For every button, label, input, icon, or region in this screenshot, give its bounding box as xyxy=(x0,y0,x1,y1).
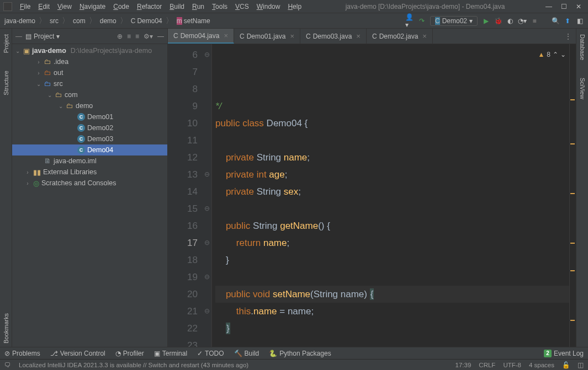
close-tab-icon[interactable]: × xyxy=(356,32,361,40)
code-line[interactable] xyxy=(215,337,569,347)
fold-marker[interactable]: ⊖ xyxy=(202,303,211,320)
status-message[interactable]: Localized IntelliJ IDEA 2021.3.3 is avai… xyxy=(19,362,248,368)
menu-file[interactable]: File xyxy=(17,2,34,12)
maximize-icon[interactable]: ☐ xyxy=(561,3,567,10)
tree-item-scratches-and-consoles[interactable]: ›◎Scratches and Consoles xyxy=(12,178,167,189)
code-line[interactable]: public String getName() { xyxy=(215,217,569,234)
minimize-icon[interactable]: — xyxy=(545,3,552,10)
project-tree[interactable]: ⌄▣java-demoD:\IdeaProjects\java-demo›🗀.i… xyxy=(12,44,167,347)
code-line[interactable]: private String name; xyxy=(215,149,569,166)
line-number[interactable]: 21 xyxy=(168,303,198,320)
fold-column[interactable]: ⊖⊖⊖⊖⊖⊖ xyxy=(202,44,212,347)
tool-tab-build[interactable]: 🔨Build xyxy=(234,350,259,357)
tool-tab-profiler[interactable]: ◔Profiler xyxy=(115,350,144,357)
collapse-all-icon[interactable]: ≡ xyxy=(135,33,139,40)
run-config-selector[interactable]: C Demo02 ▾ xyxy=(430,16,478,26)
profile-icon[interactable]: ◔▾ xyxy=(518,17,526,25)
tool-tab-sciview[interactable]: SciView xyxy=(578,74,587,103)
fold-marker[interactable] xyxy=(202,183,211,200)
line-number[interactable]: 18 xyxy=(168,251,198,269)
fold-marker[interactable] xyxy=(202,320,211,337)
code-line[interactable]: private String sex; xyxy=(215,183,569,200)
coverage-icon[interactable]: ◐ xyxy=(506,17,514,25)
breadcrumb-item[interactable]: CDemo04 xyxy=(131,17,162,25)
fold-marker[interactable]: ⊖ xyxy=(202,234,211,251)
code-content[interactable]: ▲ 8 ⌃ ⌄ */public class Demo04 { private … xyxy=(212,44,569,347)
tool-tab-bookmarks[interactable]: Bookmarks xyxy=(2,310,10,347)
tree-item-out[interactable]: ›🗀out xyxy=(12,67,167,78)
editor-tab[interactable]: CDemo02.java× xyxy=(367,29,433,44)
status-time[interactable]: 17:39 xyxy=(455,362,472,368)
menu-window[interactable]: Window xyxy=(253,2,284,12)
menu-vcs[interactable]: VCS xyxy=(232,2,252,12)
sync-icon[interactable]: ⬆ xyxy=(564,17,571,25)
hide-icon[interactable]: — xyxy=(157,33,164,40)
fold-marker[interactable] xyxy=(202,149,211,166)
breadcrumb-item[interactable]: java-demo xyxy=(4,17,35,25)
search-icon[interactable]: 🔍 xyxy=(552,17,559,25)
fold-marker[interactable] xyxy=(202,337,211,347)
error-stripe[interactable] xyxy=(569,44,576,347)
status-encoding[interactable]: UTF-8 xyxy=(503,362,521,368)
line-number[interactable]: 19 xyxy=(168,269,198,286)
tree-item-com[interactable]: ⌄🗀com xyxy=(12,89,167,100)
run-icon[interactable]: ▶ xyxy=(482,17,490,25)
menu-navigate[interactable]: Navigate xyxy=(76,2,109,12)
line-number[interactable]: 8 xyxy=(168,81,198,98)
collapse-icon[interactable]: — xyxy=(15,33,22,40)
code-editor[interactable]: 67891011121314151617181920212223 ⊖⊖⊖⊖⊖⊖ … xyxy=(168,44,576,347)
tree-item-demo01[interactable]: CDemo01 xyxy=(12,111,167,122)
event-log-button[interactable]: 2Event Log xyxy=(544,350,584,357)
select-opened-file-icon[interactable]: ⊕ xyxy=(117,33,123,40)
tree-item--idea[interactable]: ›🗀.idea xyxy=(12,56,167,67)
tool-tab-python[interactable]: 🐍Python Packages xyxy=(269,350,331,357)
notification-icon[interactable]: 🗨 xyxy=(4,362,11,368)
tree-root[interactable]: ⌄▣java-demoD:\IdeaProjects\java-demo xyxy=(12,45,167,56)
code-line[interactable]: this.name = name; xyxy=(215,303,569,320)
fold-marker[interactable] xyxy=(202,63,211,81)
user-icon[interactable]: 👤▾ xyxy=(406,17,414,25)
code-line[interactable]: } xyxy=(215,320,569,337)
tree-item-demo04[interactable]: CDemo04 xyxy=(12,144,167,155)
line-number[interactable]: 10 xyxy=(168,115,198,132)
status-indent[interactable]: 4 spaces xyxy=(529,362,554,368)
memory-icon[interactable]: ◫ xyxy=(578,361,584,369)
code-line[interactable]: return name; xyxy=(215,234,569,251)
code-line[interactable] xyxy=(215,200,569,217)
chevron-down-icon[interactable]: ⌄ xyxy=(560,46,566,63)
line-number[interactable]: 20 xyxy=(168,286,198,303)
back-arrow-icon[interactable]: ↷ xyxy=(418,17,426,25)
menu-refactor[interactable]: Refactor xyxy=(134,2,165,12)
line-number-gutter[interactable]: 67891011121314151617181920212223 xyxy=(168,44,202,347)
code-line[interactable]: } xyxy=(215,251,569,269)
menu-edit[interactable]: Edit xyxy=(35,2,53,12)
fold-marker[interactable] xyxy=(202,115,211,132)
line-number[interactable]: 15 xyxy=(168,200,198,217)
tree-item-java-demo-iml[interactable]: 🗎java-demo.iml xyxy=(12,155,167,167)
breadcrumb-item[interactable]: demo xyxy=(100,17,116,25)
line-number[interactable]: 23 xyxy=(168,337,198,347)
tool-tab-terminal[interactable]: ▣Terminal xyxy=(154,350,187,357)
tree-item-demo02[interactable]: CDemo02 xyxy=(12,122,167,133)
line-number[interactable]: 22 xyxy=(168,320,198,337)
inspection-widget[interactable]: ▲ 8 ⌃ ⌄ xyxy=(538,46,566,63)
fold-marker[interactable] xyxy=(202,286,211,303)
menu-tools[interactable]: Tools xyxy=(209,2,231,12)
tool-tab-vcs[interactable]: ⎇Version Control xyxy=(50,350,105,357)
status-eol[interactable]: CRLF xyxy=(479,362,495,368)
close-tab-icon[interactable]: × xyxy=(422,32,427,40)
line-number[interactable]: 17 xyxy=(168,234,198,251)
fold-marker[interactable] xyxy=(202,217,211,234)
fold-marker[interactable] xyxy=(202,132,211,149)
ide-settings-icon[interactable]: ◧ xyxy=(576,17,584,25)
code-line[interactable]: private int age; xyxy=(215,166,569,183)
chevron-up-icon[interactable]: ⌃ xyxy=(553,46,558,63)
code-line[interactable]: */ xyxy=(215,98,569,115)
tree-item-demo[interactable]: ⌄🗀demo xyxy=(12,100,167,111)
settings-gear-icon[interactable]: ⚙▾ xyxy=(144,33,153,40)
fold-marker[interactable]: ⊖ xyxy=(202,166,211,183)
fold-marker[interactable]: ⊖ xyxy=(202,200,211,217)
breadcrumb-item[interactable]: msetName xyxy=(177,17,210,25)
fold-marker[interactable] xyxy=(202,251,211,269)
close-tab-icon[interactable]: × xyxy=(224,31,228,40)
